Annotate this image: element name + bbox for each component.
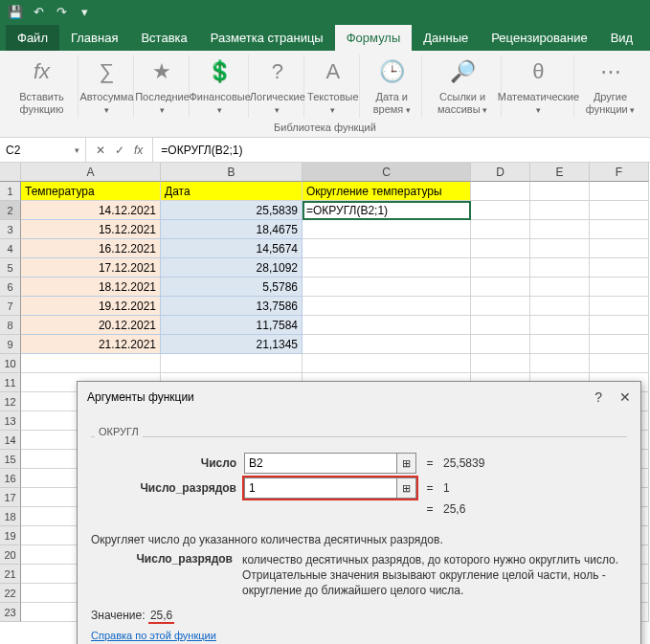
tab-insert[interactable]: Вставка [129, 25, 198, 51]
cell[interactable]: 28,1092 [161, 258, 303, 278]
row-header[interactable]: 1 [0, 182, 21, 201]
cell[interactable] [530, 278, 590, 297]
cell[interactable] [590, 297, 649, 316]
cell[interactable] [471, 182, 530, 201]
row-header[interactable]: 5 [0, 258, 21, 278]
cell[interactable]: 13,7586 [161, 297, 303, 316]
cell[interactable] [471, 239, 530, 258]
row-header[interactable]: 13 [0, 411, 21, 431]
cancel-formula-icon[interactable]: ✕ [96, 144, 105, 157]
cell[interactable] [471, 316, 530, 335]
tab-file[interactable]: Файл [6, 25, 59, 51]
cell[interactable] [303, 278, 471, 297]
arg-number-input[interactable] [245, 456, 396, 470]
cell[interactable]: 14,5674 [161, 239, 303, 258]
recent-functions-button[interactable]: ★ Последние [136, 55, 190, 118]
range-picker-icon[interactable]: ⊞ [396, 478, 415, 498]
arg-digits-input[interactable] [245, 481, 396, 495]
cell[interactable] [590, 335, 649, 354]
cell[interactable] [590, 182, 649, 201]
cell[interactable] [530, 258, 590, 278]
row-header[interactable]: 9 [0, 335, 21, 354]
redo-icon[interactable]: ↷ [52, 3, 71, 22]
active-cell[interactable]: =ОКРУГЛ(B2;1) [303, 201, 471, 220]
tab-view[interactable]: Вид [599, 25, 645, 51]
row-header[interactable]: 3 [0, 220, 21, 239]
row-header[interactable]: 7 [0, 297, 21, 316]
cell[interactable]: 18,4675 [161, 220, 303, 239]
dialog-titlebar[interactable]: Аргументы функции ? ✕ [78, 382, 640, 412]
column-header[interactable]: C [303, 163, 471, 182]
fx-icon[interactable]: fx [134, 144, 143, 157]
cell[interactable]: 14.12.2021 [21, 201, 161, 220]
cell[interactable] [530, 354, 590, 373]
range-picker-icon[interactable]: ⊞ [396, 454, 415, 473]
cell[interactable] [530, 239, 590, 258]
cell[interactable] [21, 354, 161, 373]
qat-dropdown-icon[interactable]: ▾ [75, 3, 94, 22]
formula-input[interactable]: =ОКРУГЛ(B2;1) [153, 138, 650, 162]
insert-function-button[interactable]: fx Вставить функцию [6, 55, 78, 118]
row-header[interactable]: 8 [0, 316, 21, 335]
cell[interactable] [303, 316, 471, 335]
row-header[interactable]: 22 [0, 584, 21, 603]
cell[interactable] [530, 201, 590, 220]
cell[interactable]: 18.12.2021 [21, 278, 161, 297]
cell[interactable] [590, 258, 649, 278]
row-header[interactable]: 4 [0, 239, 21, 258]
header-cell[interactable]: Температура [21, 182, 161, 201]
cell[interactable]: 5,5786 [161, 278, 303, 297]
cell[interactable] [471, 258, 530, 278]
column-header[interactable]: E [530, 163, 590, 182]
cell[interactable] [303, 354, 471, 373]
header-cell[interactable]: Дата [161, 182, 303, 201]
autosum-button[interactable]: ∑ Автосумма [80, 55, 134, 118]
row-header[interactable]: 20 [0, 545, 21, 565]
cell[interactable]: 19.12.2021 [21, 297, 161, 316]
row-header[interactable]: 19 [0, 526, 21, 545]
cell[interactable]: 16.12.2021 [21, 239, 161, 258]
cell[interactable] [303, 239, 471, 258]
cell[interactable] [471, 354, 530, 373]
tab-page-layout[interactable]: Разметка страницы [199, 25, 335, 51]
row-header[interactable]: 15 [0, 450, 21, 469]
cell[interactable]: 15.12.2021 [21, 220, 161, 239]
cell[interactable] [471, 220, 530, 239]
chevron-down-icon[interactable]: ▾ [75, 145, 79, 155]
row-header[interactable]: 10 [0, 354, 21, 373]
tab-review[interactable]: Рецензирование [480, 25, 598, 51]
column-header[interactable]: B [161, 163, 303, 182]
lookup-button[interactable]: 🔎 Ссылки и массивы [424, 55, 502, 118]
column-header[interactable]: A [21, 163, 161, 182]
row-header[interactable]: 14 [0, 431, 21, 450]
cell[interactable] [471, 297, 530, 316]
cell[interactable] [590, 220, 649, 239]
cell[interactable]: 17.12.2021 [21, 258, 161, 278]
row-header[interactable]: 2 [0, 201, 21, 220]
text-functions-button[interactable]: A Текстовые [306, 55, 360, 118]
tab-data[interactable]: Данные [412, 25, 480, 51]
row-header[interactable]: 16 [0, 469, 21, 488]
row-header[interactable]: 23 [0, 603, 21, 622]
cell[interactable] [471, 278, 530, 297]
cell[interactable] [590, 239, 649, 258]
cell[interactable] [530, 297, 590, 316]
cell[interactable]: 25,5839 [161, 201, 303, 220]
financial-button[interactable]: 💲 Финансовые [191, 55, 249, 118]
cell[interactable] [530, 182, 590, 201]
tab-formulas[interactable]: Формулы [335, 25, 413, 51]
column-header[interactable]: F [590, 163, 649, 182]
cell[interactable]: 21,1345 [161, 335, 303, 354]
cell[interactable] [590, 201, 649, 220]
cell[interactable] [303, 220, 471, 239]
datetime-button[interactable]: 🕒 Дата и время [362, 55, 422, 118]
cell[interactable] [303, 335, 471, 354]
cell[interactable] [590, 316, 649, 335]
cell[interactable] [161, 354, 303, 373]
tab-home[interactable]: Главная [59, 25, 129, 51]
cell[interactable] [530, 220, 590, 239]
help-icon[interactable]: ? [594, 389, 602, 405]
row-header[interactable]: 11 [0, 373, 21, 392]
cell[interactable]: 11,7584 [161, 316, 303, 335]
cell[interactable] [303, 258, 471, 278]
